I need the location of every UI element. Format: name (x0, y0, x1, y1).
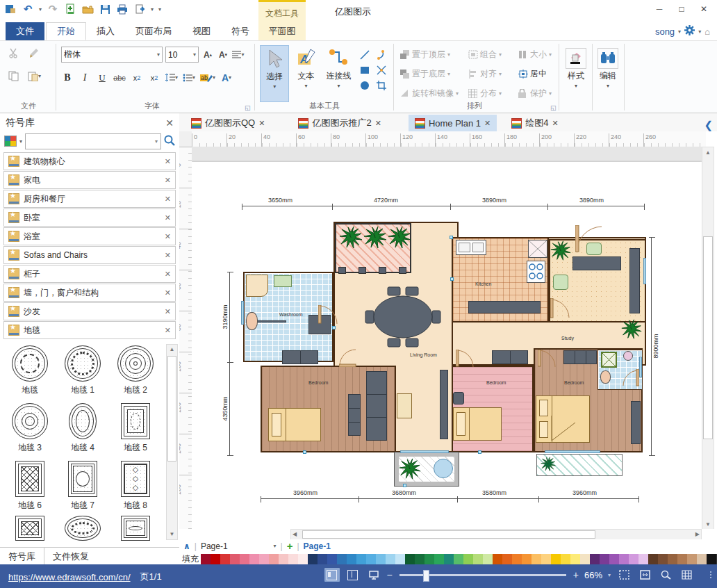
color-swatch[interactable] (619, 554, 629, 564)
carpet-symbol-icon[interactable] (15, 461, 44, 497)
chair[interactable] (453, 392, 464, 405)
library-list-item[interactable]: 墙，门，窗户和结构 ✕ (3, 284, 176, 302)
kitchen-counter[interactable] (468, 301, 541, 313)
color-swatch[interactable] (483, 554, 493, 564)
library-palette-dropdown[interactable]: ▾ (19, 138, 22, 145)
close-button[interactable]: ✕ (693, 1, 714, 17)
connector-tool-button[interactable]: 连接线▾ (323, 45, 354, 101)
library-item-close-icon[interactable]: ✕ (165, 157, 171, 166)
carpet-symbol-icon[interactable] (117, 345, 154, 382)
export-button[interactable] (133, 3, 146, 15)
font-dialog-launcher[interactable]: ◱ (245, 104, 251, 111)
ensuite-toilet[interactable] (600, 370, 611, 384)
color-swatch[interactable] (308, 554, 318, 564)
rotate-mirror-button[interactable]: 旋转和镜像▾ (400, 85, 468, 101)
carpet-symbol-icon[interactable] (12, 345, 48, 382)
collapse-pagebar-chevron-icon[interactable]: ∧ (183, 541, 190, 551)
line-tool-icon[interactable] (357, 48, 372, 62)
tv-cabinet[interactable] (440, 370, 448, 439)
color-swatch[interactable] (697, 554, 707, 564)
selection-handle[interactable] (450, 236, 453, 239)
fridge[interactable] (528, 240, 547, 258)
distribute-button[interactable]: 分布▾ (468, 85, 518, 101)
collapse-tabs-chevron-icon[interactable]: ❮ (704, 119, 713, 131)
edraw-website-link[interactable]: https://www.edrawsoft.com/cn/ (8, 572, 131, 582)
carpet-symbol-icon[interactable] (68, 461, 97, 497)
center-button[interactable]: 居中 (518, 66, 556, 81)
library-item-close-icon[interactable]: ✕ (165, 195, 171, 204)
bedside-cabinets[interactable] (348, 394, 361, 436)
carpet-symbol-icon[interactable] (12, 403, 48, 439)
group-button[interactable]: 组合▾ (468, 47, 518, 62)
color-swatch[interactable] (327, 554, 337, 564)
maximize-button[interactable]: □ (671, 1, 692, 17)
bed[interactable] (268, 408, 321, 441)
color-swatch[interactable] (220, 554, 230, 564)
zoom-slider[interactable] (399, 574, 566, 576)
subscript-icon[interactable]: x2 (131, 71, 143, 84)
library-item-close-icon[interactable]: ✕ (165, 213, 171, 222)
color-swatch[interactable] (502, 554, 512, 564)
color-swatch[interactable] (561, 554, 570, 564)
tab-insert[interactable]: 插入 (86, 22, 125, 40)
color-swatch[interactable] (463, 554, 473, 564)
symbol-item[interactable]: 地毯 (4, 345, 56, 396)
color-swatch[interactable] (259, 554, 269, 564)
style-button[interactable]: 样式▾ (563, 45, 589, 101)
color-swatch[interactable] (648, 554, 658, 564)
bold-icon[interactable]: B (61, 71, 74, 84)
symbol-item[interactable] (57, 516, 108, 541)
resize-grip[interactable] (704, 571, 711, 578)
color-swatch[interactable] (677, 554, 687, 564)
carpet-symbol-icon[interactable] (121, 403, 150, 439)
send-to-back-button[interactable]: 置于底层▾ (400, 66, 468, 81)
library-list-item[interactable]: 家电 ✕ (3, 171, 176, 189)
symbol-search-input[interactable]: ▾ (25, 133, 161, 149)
ensuite-shower[interactable] (601, 352, 617, 368)
open-folder-button[interactable] (81, 3, 94, 15)
library-palette-icon[interactable] (4, 136, 17, 147)
scroll-up-arrow[interactable]: ▲ (702, 147, 714, 156)
zoom-in-button[interactable]: + (573, 569, 579, 580)
color-swatch[interactable] (522, 554, 531, 564)
undo-dropdown[interactable]: ▾ (39, 6, 42, 13)
superscript-icon[interactable]: x2 (148, 71, 160, 84)
bookshelf[interactable] (629, 248, 640, 313)
zoom-slider-thumb[interactable] (423, 570, 429, 582)
current-page-tab[interactable]: Page-1 (304, 541, 331, 551)
symbol-item[interactable]: 地毯 7 (57, 461, 108, 512)
plant-icon[interactable] (550, 240, 571, 261)
file-menu-button[interactable]: 文件 (6, 22, 44, 40)
color-swatch[interactable] (687, 554, 697, 564)
strikethrough-icon[interactable]: abc (113, 71, 126, 84)
cut-icon[interactable] (7, 47, 19, 60)
color-swatch[interactable] (444, 554, 454, 564)
align-button[interactable]: 对齐▾ (468, 66, 518, 81)
color-swatch[interactable] (201, 554, 211, 564)
library-list-item[interactable]: 地毯 ✕ (3, 321, 176, 339)
bed[interactable] (453, 407, 502, 441)
underline-icon[interactable]: U (96, 71, 108, 84)
color-swatch[interactable] (600, 554, 609, 564)
double-bed[interactable] (536, 395, 590, 443)
user-dropdown[interactable]: ▾ (678, 28, 681, 35)
rectangle-tool-icon[interactable] (357, 63, 372, 77)
zoom-dropdown[interactable]: ▾ (608, 572, 611, 578)
scroll-up-arrow[interactable]: ▲ (167, 345, 177, 354)
font-name-combo[interactable]: 楷体▾ (61, 47, 163, 63)
symbol-item[interactable]: 地毯 8 (110, 461, 161, 512)
size-button[interactable]: 大小▾ (518, 47, 556, 62)
page-dropdown-arrow[interactable]: ▾ (274, 543, 277, 549)
washroom-sink[interactable] (274, 275, 292, 287)
tab-floor-plan-contextual[interactable]: 平面图 (258, 22, 306, 40)
selection-handle[interactable] (303, 450, 306, 454)
tab-symbols[interactable]: 符号 (221, 22, 260, 40)
library-list-item[interactable]: Sofas and Chairs ✕ (3, 246, 176, 264)
toilet[interactable] (246, 312, 258, 330)
color-swatch[interactable] (707, 554, 716, 564)
color-swatch[interactable] (366, 554, 376, 564)
decrease-font-icon[interactable]: A▾ (217, 48, 229, 61)
color-swatch[interactable] (279, 554, 288, 564)
plant-icon[interactable] (541, 457, 556, 472)
color-swatch[interactable] (638, 554, 648, 564)
